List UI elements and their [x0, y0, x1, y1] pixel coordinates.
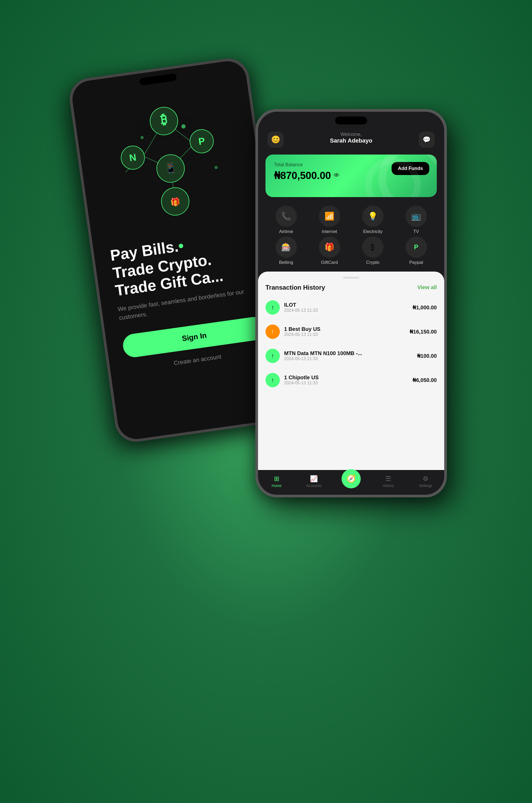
transaction-date: 2024-05-13 11:33: [284, 332, 405, 337]
transaction-date: 2024-05-13 11:33: [284, 308, 408, 313]
balance-value: ₦870,500.00: [274, 170, 331, 181]
electricity-icon: 💡: [362, 206, 384, 227]
crypto-label: Crypto: [366, 260, 379, 265]
transaction-icon: ↑: [265, 349, 280, 363]
airtime-label: Airtime: [279, 229, 293, 234]
compass-button[interactable]: 🧭: [342, 469, 361, 488]
paypal-icon: P: [406, 236, 427, 258]
transaction-amount: ₦100.00: [417, 353, 437, 359]
nav-center[interactable]: 🧭: [332, 475, 370, 488]
settings-nav-label: Settings: [419, 483, 433, 488]
compass-icon: 🧭: [347, 474, 356, 483]
action-paypal[interactable]: P Paypal: [396, 236, 437, 265]
home-icon: ⊞: [274, 475, 279, 482]
user-name: Sarah Adebayo: [289, 137, 413, 144]
transaction-date: 2024-05-13 11:33: [284, 357, 413, 361]
accounts-icon: 📈: [310, 475, 318, 482]
accounts-nav-label: Accounts: [306, 483, 322, 488]
eye-icon[interactable]: 👁: [334, 172, 339, 179]
transaction-name: ILOT: [284, 302, 408, 308]
internet-label: Internet: [322, 229, 337, 234]
table-row[interactable]: ↑ ILOT 2024-05-13 11:33 ₦1,000.00: [265, 295, 437, 320]
svg-text:N: N: [129, 152, 137, 163]
nav-settings[interactable]: ⚙ Settings: [407, 475, 444, 488]
tv-label: TV: [413, 229, 419, 234]
nav-history[interactable]: ☰ History: [370, 475, 407, 488]
avatar: 😊: [268, 132, 284, 148]
settings-icon: ⚙: [423, 475, 429, 482]
transaction-icon: ↑: [265, 325, 280, 339]
balance-card: Total Balance ₦870,500.00 👁 Add Funds: [265, 155, 437, 197]
view-all-link[interactable]: View all: [417, 284, 437, 290]
history-nav-label: History: [382, 483, 394, 488]
svg-point-21: [181, 124, 186, 129]
transaction-amount: ₦16,150.00: [410, 328, 437, 335]
front-phone-notch: [335, 116, 367, 125]
transaction-icon: ↑: [265, 373, 280, 387]
transaction-header: Transaction History View all: [265, 284, 437, 291]
transaction-details: 1 Chipotle US 2024-05-13 11:33: [284, 375, 408, 385]
balance-amount: ₦870,500.00 👁: [274, 170, 428, 181]
action-giftcard[interactable]: 🎁 GiftCard: [309, 236, 350, 265]
history-icon: ☰: [385, 475, 391, 482]
table-row[interactable]: ↑ MTN Data MTN N100 100MB -... 2024-05-1…: [265, 344, 437, 368]
transaction-date: 2024-05-13 11:33: [284, 381, 408, 385]
welcome-section: Welcome, Sarah Adebayo: [289, 132, 413, 144]
svg-point-23: [214, 166, 218, 169]
front-header: 😊 Welcome, Sarah Adebayo 💬: [258, 128, 444, 150]
transaction-amount: ₦6,050.00: [413, 377, 437, 383]
transaction-section: Transaction History View all ↑ ILOT 2024…: [258, 271, 444, 470]
transaction-name: 1 Best Buy US: [284, 326, 405, 332]
add-funds-button[interactable]: Add Funds: [392, 162, 429, 175]
bottom-navigation: ⊞ Home 📈 Accounts 🧭 ☰ History: [258, 470, 444, 495]
nav-home[interactable]: ⊞ Home: [258, 475, 295, 488]
phones-container: ₿ P 📱 N 🎁: [80, 56, 452, 747]
transaction-details: MTN Data MTN N100 100MB -... 2024-05-13 …: [284, 350, 413, 361]
internet-icon: 📶: [319, 206, 340, 227]
network-illustration: ₿ P 📱 N 🎁: [95, 88, 245, 238]
transaction-amount: ₦1,000.00: [413, 304, 437, 311]
home-nav-label: Home: [271, 483, 281, 488]
transaction-icon: ↑: [265, 300, 280, 315]
svg-text:📱: 📱: [164, 162, 177, 175]
action-airtime[interactable]: 📞 Airtime: [265, 206, 307, 234]
welcome-label: Welcome,: [289, 132, 413, 137]
giftcard-label: GiftCard: [321, 260, 338, 265]
action-tv[interactable]: 📺 TV: [396, 206, 437, 234]
quick-actions-grid: 📞 Airtime 📶 Internet 💡 Electricity 📺 TV: [258, 202, 444, 269]
table-row[interactable]: ↑ 1 Best Buy US 2024-05-13 11:33 ₦16,150…: [265, 320, 437, 344]
drag-handle: [343, 277, 359, 279]
transaction-details: ILOT 2024-05-13 11:33: [284, 302, 408, 313]
balance-label: Total Balance: [274, 162, 428, 168]
action-internet[interactable]: 📶 Internet: [309, 206, 350, 234]
transaction-details: 1 Best Buy US 2024-05-13 11:33: [284, 326, 405, 337]
action-betting[interactable]: 🎰 Betting: [265, 236, 307, 265]
nav-accounts[interactable]: 📈 Accounts: [295, 475, 332, 488]
notification-button[interactable]: 💬: [419, 132, 435, 148]
svg-text:🎁: 🎁: [170, 196, 181, 207]
transaction-name: 1 Chipotle US: [284, 375, 408, 381]
transaction-name: MTN Data MTN N100 100MB -...: [284, 350, 413, 357]
crypto-icon: ₿: [362, 236, 384, 258]
betting-icon: 🎰: [276, 236, 297, 258]
svg-point-22: [140, 136, 144, 139]
betting-label: Betting: [279, 260, 293, 265]
action-electricity[interactable]: 💡 Electricity: [352, 206, 394, 234]
action-crypto[interactable]: ₿ Crypto: [352, 236, 394, 265]
transaction-title: Transaction History: [265, 284, 325, 291]
airtime-icon: 📞: [276, 206, 297, 227]
back-phone-notch: [139, 73, 177, 85]
table-row[interactable]: ↑ 1 Chipotle US 2024-05-13 11:33 ₦6,050.…: [265, 368, 437, 392]
tv-icon: 📺: [406, 206, 427, 227]
front-phone: 😊 Welcome, Sarah Adebayo 💬 Total Balance…: [255, 109, 447, 497]
electricity-label: Electricity: [363, 229, 382, 234]
giftcard-icon: 🎁: [319, 236, 340, 258]
paypal-label: Paypal: [410, 260, 423, 265]
